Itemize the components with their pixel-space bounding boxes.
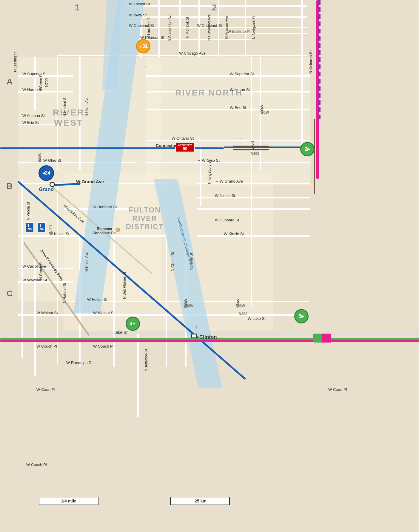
arrow-grand-right-arrow: ← [215,179,218,183]
label-n802: N802 [239,312,247,316]
route-badge-31[interactable]: ▲ 31 [136,39,150,53]
road-illinois [197,197,310,198]
road-green-left-top [34,57,36,110]
road-green-left-bottom [34,257,36,376]
badge-4-arrow: ▼ [133,322,136,326]
badge-24-label: 24 [45,170,50,176]
grid-row-a: A [7,77,13,87]
arrow-clintonst-up: ↑ [195,325,197,329]
couch-label-area: W Couch Pl [26,462,47,467]
scale-bar-mile: 1/4 mile [39,497,98,505]
pink-line-bottom [0,340,419,342]
label-v-union-bottom: N Union Ave [85,252,89,272]
label-hubbard-left: W Hubbard St [93,205,117,209]
grid-col-2: 2 [212,2,217,13]
road-iowa [128,16,307,18]
label-illinois: W Illinois St [215,193,235,198]
label-court-right: W Court Pl [328,387,347,392]
label-v-sedgwick: N Sedgwick St [252,16,256,39]
district-fulton: FULTONRIVERDISTRICT [109,206,181,231]
label-v-clinton: N Clinton St [171,252,175,271]
label-n800-right: N800 [251,152,259,156]
curve-clinton-1 [197,334,316,340]
label-walnut-right: W Walnut St [93,311,115,315]
label-v-hudson: N Hudson Ave [225,16,229,39]
road-locust [128,5,307,7]
label-v-800w: 800W [38,152,42,162]
label-court-left: W Court Pl [36,387,55,392]
road-clinton [166,233,167,367]
badge-31-arrow-up: ▲ [139,44,142,48]
label-ohio-left: W Ohio St [43,158,61,163]
scale-bar-km: .25 km [170,497,230,505]
label-n400: 400W [260,110,269,115]
label-v-mohawk: N Mohawk St [185,17,190,38]
label-couch-left: W Couch Pl [36,344,57,349]
road-kingsbury [200,146,201,206]
route-badge-5[interactable]: 5 ▶ [294,309,309,323]
road-hubbard-right [197,208,310,210]
road-ontario [146,140,310,141]
grid-col-1: 1 [75,2,80,13]
badge-24-arrow: ◀ [42,171,45,175]
label-hubbard-right: W Hubbard St [215,218,239,222]
label-chicago-ave: W Chicago Ave [179,51,206,55]
station-grand-label: Grand [39,186,54,192]
label-v-jefferson: N Jefferson St [144,349,148,371]
label-lake: Lake St [113,330,127,335]
label-n500: 500W [236,304,245,308]
arrow-ohio-right: → [197,158,201,162]
label-institute: W Institute Pl [227,29,250,34]
label-v-007: N007 [49,225,53,233]
road-kinzie-right [197,235,310,237]
label-superior-right: W Superior St [230,72,254,76]
road-peoria [21,179,23,358]
label-v-orleans: N Orleans St [309,50,313,73]
badge-5-label: 5 [299,314,301,319]
label-couch-right: W Couch Pl [93,344,114,349]
label-v-union-top: N Union Ave [85,97,89,117]
grid-row-c: C [7,289,13,298]
label-v-green-left: N Green St [39,74,43,92]
interstate-shield-i94: I94 [38,222,46,232]
scale-bar-mile-label: 1/4 mile [39,497,98,505]
label-huron-right: W Huron St [230,87,250,92]
road-cambridge [158,0,160,57]
scale-bar-km-label: .25 km [170,497,230,505]
label-ancona: W Ancona St [22,113,45,118]
grid-row-b: B [7,181,13,191]
brown-line-right [314,119,315,194]
road-ohio-right [146,162,310,163]
badge-5-arrow: ▶ [301,314,304,318]
label-ontario: W Ontario St [172,136,194,141]
connector-label: Connector [156,143,177,148]
route-badge-4[interactable]: 4 ▼ [126,317,140,331]
route-badge-2[interactable]: 2 ▶ [300,142,315,156]
label-w-lake-st-right: W Lake St [248,316,266,321]
label-randolph: W Randolph Dr [66,360,93,365]
road-superior-right [146,75,310,77]
label-grand-right: ← W Grand Ave [215,179,243,183]
label-v-green-bottom: N Green St [39,262,43,280]
label-fulton: W Fulton St [87,297,107,302]
badge-2-arrow: ▶ [307,147,310,151]
label-v-desplaines: N Des Plaines St [122,272,127,299]
arrow-north-up: ↑ [145,65,147,69]
badge-31-label: 31 [142,44,148,49]
label-iowa: W Iowa St [129,13,147,17]
interstate-shield-i90-left: I90 [26,222,34,232]
station-clinton[interactable] [191,334,197,338]
road-cleveland [198,0,200,57]
interstate-shield-i90-center: INTERSTATE 90 [175,143,195,152]
route-badge-24[interactable]: ◀ 24 [38,165,54,181]
label-erie-left: W Erie St [22,120,39,125]
road-orleans [301,0,303,149]
road-grand-right [197,183,310,184]
label-walnut-left: W Walnut St [36,311,58,315]
road-sedgwick [245,0,246,57]
label-grand-left: W Grand Ave [76,179,104,184]
label-v-kingsbury: N Kingsbury St [207,160,212,184]
label-v-700n-top: N700 [45,78,49,87]
road-jefferson [137,334,139,417]
arrow-ontario-right: → [239,136,242,140]
